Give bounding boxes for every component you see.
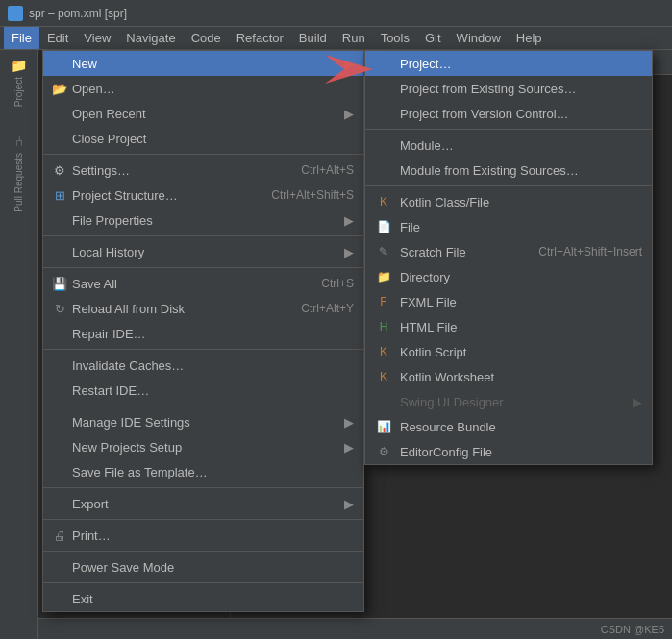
kotlin-worksheet-icon: K xyxy=(375,368,392,385)
separator-4 xyxy=(43,349,363,350)
menu-help[interactable]: Help xyxy=(509,27,550,49)
menu-run[interactable]: Run xyxy=(335,27,373,49)
menu-invalidate-caches-item[interactable]: Invalidate Caches… xyxy=(43,353,363,378)
separator-3 xyxy=(43,267,363,268)
menu-restart-ide-item[interactable]: Restart IDE… xyxy=(43,378,363,403)
menu-view[interactable]: View xyxy=(76,27,118,49)
resource-bundle-icon: 📊 xyxy=(375,418,392,435)
menu-open-item[interactable]: 📂 Open… xyxy=(43,76,363,101)
fxml-icon: F xyxy=(375,293,392,310)
left-sidebar: 📁 Project ⑃ Pull Requests xyxy=(0,50,38,639)
kotlin-script-icon: K xyxy=(375,343,392,360)
new-fxml-file-item[interactable]: F FXML File xyxy=(365,289,652,314)
new-project-item[interactable]: Project… xyxy=(365,51,652,76)
print-icon: 🖨 xyxy=(51,527,68,544)
separator-1 xyxy=(43,154,363,155)
structure-icon: ⊞ xyxy=(51,186,68,204)
swing-ui-arrow-icon: ▶ xyxy=(633,395,642,409)
kotlin-class-icon: K xyxy=(375,193,392,210)
manage-settings-arrow-icon: ▶ xyxy=(344,415,354,430)
menu-save-all-item[interactable]: 💾 Save All Ctrl+S xyxy=(43,271,363,296)
menu-power-save-item[interactable]: Power Save Mode xyxy=(43,554,363,579)
new-arrow-icon: ▶ xyxy=(344,57,354,71)
menu-exit-item[interactable]: Exit xyxy=(43,586,363,611)
file-properties-arrow-icon: ▶ xyxy=(344,213,354,228)
menu-navigate[interactable]: Navigate xyxy=(118,27,183,49)
new-directory-item[interactable]: 📁 Directory xyxy=(365,264,652,289)
menu-local-history-item[interactable]: Local History ▶ xyxy=(43,239,363,264)
save-icon: 💾 xyxy=(51,275,68,292)
new-kotlin-worksheet-item[interactable]: K Kotlin Worksheet xyxy=(365,364,652,389)
new-file-item[interactable]: 📄 File xyxy=(365,214,652,239)
pullrequests-icon: ⑃ xyxy=(15,134,23,149)
menu-git[interactable]: Git xyxy=(417,27,449,49)
project-icon: 📁 xyxy=(11,58,27,73)
open-folder-icon: 📂 xyxy=(51,80,68,97)
menu-new-projects-setup-item[interactable]: New Projects Setup ▶ xyxy=(43,434,363,459)
new-html-file-item[interactable]: H HTML File xyxy=(365,314,652,339)
menu-print-item[interactable]: 🖨 Print… xyxy=(43,523,363,548)
menu-export-item[interactable]: Export ▶ xyxy=(43,491,363,516)
menu-settings-item[interactable]: ⚙ Settings… Ctrl+Alt+S xyxy=(43,158,363,183)
title-bar: spr – pom.xml [spr] xyxy=(0,0,672,27)
bottom-bar: CSDN @KE5 xyxy=(0,618,672,639)
new-kotlin-class-item[interactable]: K Kotlin Class/File xyxy=(365,189,652,214)
menu-bar: File Edit View Navigate Code Refactor Bu… xyxy=(0,27,672,50)
menu-save-file-template-item[interactable]: Save File as Template… xyxy=(43,459,363,484)
new-scratch-file-item[interactable]: ✎ Scratch File Ctrl+Alt+Shift+Insert xyxy=(365,239,652,264)
html-icon: H xyxy=(375,318,392,335)
gear-icon: ⚙ xyxy=(51,161,68,179)
new-swing-ui-item[interactable]: Swing UI Designer ▶ xyxy=(365,389,652,414)
menu-project-structure-item[interactable]: ⊞ Project Structure… Ctrl+Alt+Shift+S xyxy=(43,183,363,208)
new-resource-bundle-item[interactable]: 📊 Resource Bundle xyxy=(365,414,652,439)
reload-icon: ↻ xyxy=(51,300,68,317)
menu-file[interactable]: File xyxy=(4,27,39,49)
bottom-text: CSDN @KE5 xyxy=(601,624,664,635)
open-recent-arrow-icon: ▶ xyxy=(344,107,354,121)
new-separator-2 xyxy=(365,185,652,186)
sidebar-tab-project[interactable]: 📁 Project xyxy=(9,54,29,111)
menu-tools[interactable]: Tools xyxy=(373,27,417,49)
menu-build[interactable]: Build xyxy=(291,27,335,49)
menu-file-properties-item[interactable]: File Properties ▶ xyxy=(43,208,363,233)
new-project-existing-item[interactable]: Project from Existing Sources… xyxy=(365,76,652,101)
scratch-file-icon: ✎ xyxy=(375,243,392,260)
new-project-vcs-item[interactable]: Project from Version Control… xyxy=(365,101,652,126)
directory-icon: 📁 xyxy=(375,268,392,285)
file-icon: 📄 xyxy=(375,218,392,235)
menu-refactor[interactable]: Refactor xyxy=(229,27,291,49)
menu-reload-all-item[interactable]: ↻ Reload All from Disk Ctrl+Alt+Y xyxy=(43,296,363,321)
new-separator-1 xyxy=(365,129,652,130)
separator-9 xyxy=(43,582,363,583)
app-icon xyxy=(8,6,23,21)
editorconfig-icon: ⚙ xyxy=(375,443,392,460)
new-module-item[interactable]: Module… xyxy=(365,133,652,158)
menu-repair-ide-item[interactable]: Repair IDE… xyxy=(43,321,363,346)
separator-7 xyxy=(43,519,363,520)
separator-8 xyxy=(43,551,363,552)
new-editor-config-item[interactable]: ⚙ EditorConfig File xyxy=(365,439,652,464)
menu-manage-settings-item[interactable]: Manage IDE Settings ▶ xyxy=(43,409,363,434)
local-history-arrow-icon: ▶ xyxy=(344,245,354,259)
separator-2 xyxy=(43,235,363,236)
sidebar-tab-pullrequests[interactable]: ⑃ Pull Requests xyxy=(12,130,26,216)
menu-new-item[interactable]: New ▶ xyxy=(43,51,363,76)
export-arrow-icon: ▶ xyxy=(344,497,354,511)
menu-code[interactable]: Code xyxy=(184,27,229,49)
title-text: spr – pom.xml [spr] xyxy=(29,7,664,20)
file-dropdown-menu: New ▶ 📂 Open… Open Recent ▶ Close Projec… xyxy=(42,50,364,612)
menu-open-recent-item[interactable]: Open Recent ▶ xyxy=(43,101,363,126)
separator-5 xyxy=(43,406,363,406)
menu-window[interactable]: Window xyxy=(449,27,509,49)
separator-6 xyxy=(43,487,363,488)
menu-edit[interactable]: Edit xyxy=(39,27,76,49)
new-kotlin-script-item[interactable]: K Kotlin Script xyxy=(365,339,652,364)
menu-close-project-item[interactable]: Close Project xyxy=(43,126,363,151)
new-projects-setup-arrow-icon: ▶ xyxy=(344,440,354,455)
new-submenu: Project… Project from Existing Sources… … xyxy=(364,50,653,465)
new-module-existing-item[interactable]: Module from Existing Sources… xyxy=(365,158,652,183)
